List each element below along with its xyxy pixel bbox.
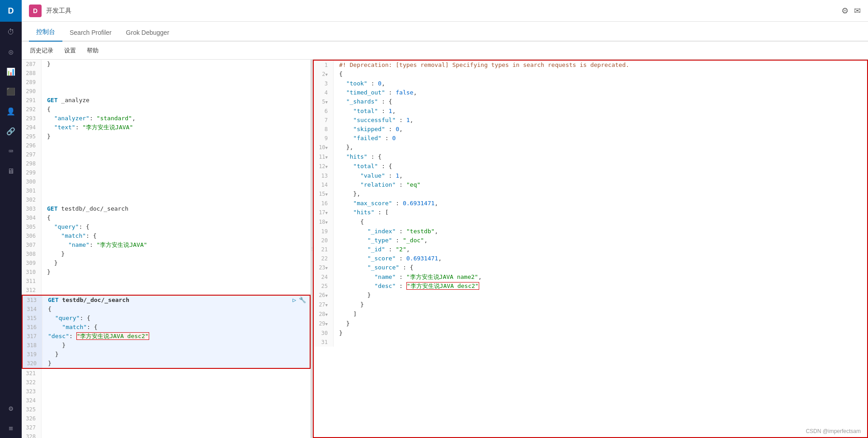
history-button[interactable]: 历史记录 xyxy=(29,45,54,57)
line-number: 21 xyxy=(314,245,334,254)
table-row: 310} xyxy=(22,268,311,277)
help-button[interactable]: 帮助 xyxy=(86,45,99,57)
line-content: "desc" : "李方安生说JAVA desc2" xyxy=(334,282,867,291)
line-content: "timed_out" : false, xyxy=(334,88,867,97)
table-row: 6 "total" : 1, xyxy=(314,107,867,116)
table-row: 28▼ ] xyxy=(314,310,867,319)
wrench-icon[interactable]: 🔧 xyxy=(299,296,306,305)
table-row: 22 "_score" : 0.6931471, xyxy=(314,254,867,263)
left-code-editor[interactable]: 287}288289290291GET _analyze292{293 "ana… xyxy=(22,60,311,438)
line-number: 19 xyxy=(314,227,334,236)
line-number: 295 xyxy=(22,132,42,141)
table-row: 303GET testdb/_doc/_search xyxy=(22,204,311,213)
table-row: 8 "skipped" : 0, xyxy=(314,125,867,134)
line-content: "hits" : { xyxy=(334,152,867,162)
watermark: CSDN @imperfectsam xyxy=(806,428,861,434)
line-content: GET testdb/_doc/_search xyxy=(42,204,311,213)
line-content: "value" : 1, xyxy=(334,171,867,180)
line-number: 325 xyxy=(22,405,42,414)
table-row: 25 "desc" : "李方安生说JAVA desc2" xyxy=(314,282,867,291)
sidebar-item-clock[interactable]: ⏱ xyxy=(0,22,22,42)
app-title: 开发工具 xyxy=(46,7,71,15)
table-row: 300 xyxy=(22,177,311,186)
kibana-logo: D xyxy=(29,5,42,17)
sidebar-item-expand[interactable]: ≡ xyxy=(0,418,22,438)
mail-top-icon[interactable]: ✉ xyxy=(854,6,861,16)
table-row: 307 "name": "李方安生说JAVA" xyxy=(22,240,311,250)
line-number: 288 xyxy=(22,69,42,78)
line-content: "successful" : 1, xyxy=(334,116,867,125)
table-row: 312 xyxy=(22,286,311,295)
sidebar-item-settings[interactable]: ⚙ xyxy=(0,398,22,418)
table-row: 18▼ { xyxy=(314,217,867,227)
table-row: 7 "successful" : 1, xyxy=(314,116,867,125)
line-number: 13 xyxy=(314,171,334,180)
tab-search-profiler[interactable]: Search Profiler xyxy=(62,24,119,42)
run-icon[interactable]: ▷ xyxy=(292,296,296,305)
line-content: "failed" : 0 xyxy=(334,134,867,143)
line-number: 23▼ xyxy=(314,263,334,273)
table-row: 315 "query": { xyxy=(23,314,310,323)
table-row: 14 "relation" : "eq" xyxy=(314,180,867,189)
table-row: 323 xyxy=(22,387,311,396)
right-code-editor[interactable]: 1#! Deprecation: [types removal] Specify… xyxy=(313,60,868,438)
table-row: 1#! Deprecation: [types removal] Specify… xyxy=(314,61,867,70)
sidebar-item-stack[interactable]: ⬛ xyxy=(0,81,22,101)
table-row: 31 xyxy=(314,338,867,347)
line-content: "total" : 1, xyxy=(334,107,867,116)
line-number: 15▼ xyxy=(314,189,334,199)
line-number: 316 xyxy=(23,323,42,332)
line-content: "hits" : [ xyxy=(334,208,867,217)
line-content: } xyxy=(42,350,310,359)
table-row: 324 xyxy=(22,396,311,405)
sidebar-item-api[interactable]: 🔗 xyxy=(0,121,22,141)
line-content xyxy=(334,338,867,347)
table-row: 15▼ }, xyxy=(314,189,867,199)
line-content: "took" : 0, xyxy=(334,79,867,88)
table-row: 316 "match": { xyxy=(23,323,310,332)
line-number: 301 xyxy=(22,186,42,195)
line-number: 315 xyxy=(23,314,42,323)
sidebar-item-user[interactable]: 👤 xyxy=(0,101,22,121)
sidebar-item-monitor[interactable]: 🖥 xyxy=(0,161,22,181)
line-content: "total" : { xyxy=(334,162,867,171)
settings-button[interactable]: 设置 xyxy=(63,45,77,57)
line-content: } xyxy=(42,259,311,268)
line-content: "query": { xyxy=(42,314,310,323)
app-logo: D xyxy=(0,0,22,22)
sidebar-item-chart[interactable]: 📊 xyxy=(0,61,22,81)
line-number: 8 xyxy=(314,125,334,134)
settings-top-icon[interactable]: ⚙ xyxy=(841,6,849,16)
line-number: 319 xyxy=(23,350,42,359)
table-row: 13 "value" : 1, xyxy=(314,171,867,180)
line-content: } xyxy=(334,329,867,338)
line-content: GET _analyze xyxy=(42,96,311,105)
line-content xyxy=(42,195,311,204)
main-wrapper: D 开发工具 ⚙ ✉ 控制台 Search Profiler Grok Debu… xyxy=(22,0,868,438)
table-row: 326 xyxy=(22,414,311,423)
tab-grok-debugger[interactable]: Grok Debugger xyxy=(119,24,177,42)
left-editor-pane: 287}288289290291GET _analyze292{293 "ana… xyxy=(22,60,311,438)
table-row: 304{ xyxy=(22,213,311,222)
line-content xyxy=(42,78,311,87)
sidebar-item-code[interactable]: ⌨ xyxy=(0,141,22,161)
tab-console[interactable]: 控制台 xyxy=(29,24,62,42)
table-row: 19 "_index" : "testdb", xyxy=(314,227,867,236)
line-number: 318 xyxy=(23,341,42,350)
line-number: 328 xyxy=(22,432,42,438)
sidebar-item-search[interactable]: ◎ xyxy=(0,42,22,61)
table-row: 305 "query": { xyxy=(22,222,311,231)
toolbar: 历史记录 设置 帮助 xyxy=(22,42,868,60)
table-row: 302 xyxy=(22,195,311,204)
line-content: { xyxy=(334,217,867,227)
table-row: 27▼ } xyxy=(314,300,867,310)
table-row: 26▼ } xyxy=(314,291,867,300)
line-number: 323 xyxy=(22,387,42,396)
line-content xyxy=(42,87,311,96)
table-row: 309 } xyxy=(22,259,311,268)
line-number: 324 xyxy=(22,396,42,405)
table-row: 328 xyxy=(22,432,311,438)
line-number: 2▼ xyxy=(314,70,334,79)
table-row: 322 xyxy=(22,378,311,387)
line-number: 320 xyxy=(23,359,42,368)
